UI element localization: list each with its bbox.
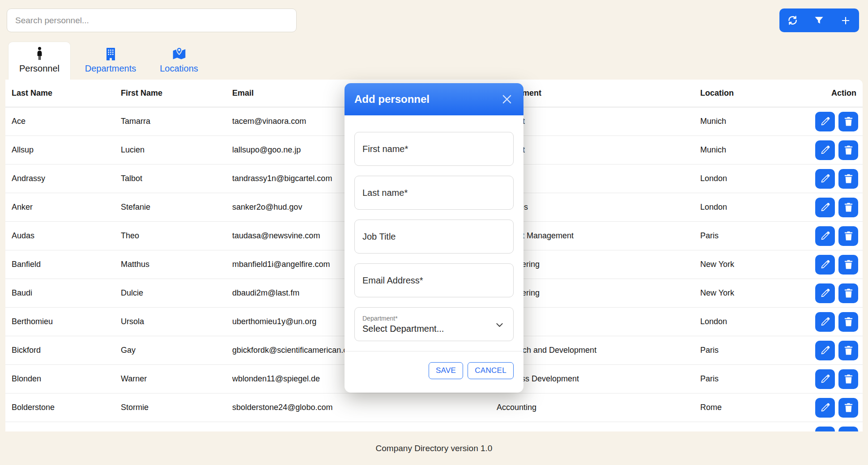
cell-first-name: Gay [121,346,232,355]
cell-department: Support [497,145,700,155]
field-label: Email Address* [362,275,423,286]
save-button[interactable]: SAVE [429,362,463,379]
delete-button[interactable] [838,112,858,131]
cell-first-name: Talbot [121,174,232,183]
delete-button[interactable] [838,369,858,389]
cell-actions [814,140,858,160]
modal-footer: SAVE CANCEL [345,351,523,390]
toolbar [779,8,859,32]
edit-button[interactable] [815,369,835,389]
cell-actions [814,226,858,246]
cell-first-name: Stefanie [121,203,232,212]
table-row [5,422,863,431]
pencil-icon [820,145,830,155]
department-select[interactable]: Department* Select Department... [354,307,514,341]
cell-email: sbolderstone24@globo.com [232,403,497,412]
cell-actions [814,169,858,189]
tab-personnel[interactable]: Personnel [8,42,71,80]
cell-actions [814,398,858,418]
modal-title: Add personnel [354,93,430,106]
cell-last-name: Audas [12,231,121,241]
delete-button[interactable] [838,255,858,275]
field-label: Last name* [362,188,408,198]
delete-button[interactable] [838,312,858,332]
cell-location: New York [700,260,814,269]
cell-actions [814,312,858,332]
pencil-icon [820,288,830,298]
building-icon [105,46,117,60]
cell-department: Research and Development [497,346,700,355]
pencil-icon [820,317,830,327]
cell-last-name: Bolderstone [12,403,121,412]
pencil-icon [820,374,830,384]
filter-button[interactable] [806,8,832,32]
cell-location: Munich [700,145,814,155]
job-title-input[interactable]: Job Title [354,220,514,254]
cell-last-name: Baudi [12,288,121,298]
edit-button[interactable] [815,198,835,217]
edit-button[interactable] [815,169,835,189]
delete-button[interactable] [838,169,858,189]
table-row: Bolderstone Stormie sbolderstone24@globo… [5,393,863,422]
edit-button[interactable] [815,427,835,432]
add-button[interactable] [833,8,859,32]
edit-button[interactable] [815,140,835,160]
cell-department: Engineering [497,288,700,298]
search-input[interactable] [7,8,297,32]
delete-button[interactable] [838,427,858,432]
last-name-input[interactable]: Last name* [354,176,514,210]
delete-button[interactable] [838,140,858,160]
modal-header: Add personnel [345,83,523,115]
cell-location: London [700,203,814,212]
cell-actions [814,341,858,360]
edit-button[interactable] [815,398,835,418]
pencil-icon [820,402,830,413]
refresh-icon [787,15,798,26]
close-button[interactable] [500,93,514,106]
first-name-input[interactable]: First name* [354,132,514,166]
delete-button[interactable] [838,398,858,418]
tab-locations[interactable]: Locations [150,42,208,80]
refresh-button[interactable] [779,8,806,32]
delete-button[interactable] [838,283,858,303]
edit-button[interactable] [815,341,835,360]
cell-last-name: Ace [12,117,121,126]
chevron-down-icon [495,320,504,332]
cell-last-name: Blonden [12,374,121,384]
field-label: First name* [362,144,408,154]
delete-button[interactable] [838,226,858,246]
pencil-icon [820,202,830,212]
edit-button[interactable] [815,226,835,246]
cell-first-name: Theo [121,231,232,241]
trash-icon [844,116,853,127]
trash-icon [844,374,853,384]
cell-first-name: Tamarra [121,117,232,126]
cancel-button[interactable]: CANCEL [468,362,514,379]
tab-departments[interactable]: Departments [71,42,150,80]
column-header-action: Action [814,89,858,98]
pencil-icon [820,431,830,431]
edit-button[interactable] [815,255,835,275]
cell-location: Munich [700,117,814,126]
cell-actions [814,112,858,131]
cell-actions [814,427,858,432]
email-address-input[interactable]: Email Address* [354,263,514,297]
plus-icon [840,15,851,26]
select-floating-label: Department* [362,315,398,322]
delete-button[interactable] [838,341,858,360]
cell-location: Paris [700,231,814,241]
column-header-first-name: First Name [121,89,232,98]
cell-location: New York [700,288,814,298]
trash-icon [844,259,853,270]
cell-location: Paris [700,346,814,355]
cell-actions [814,255,858,275]
trash-icon [844,402,853,413]
edit-button[interactable] [815,312,835,332]
edit-button[interactable] [815,283,835,303]
close-icon [500,93,514,106]
tab-label: Departments [85,63,136,74]
person-icon [34,46,45,60]
edit-button[interactable] [815,112,835,131]
delete-button[interactable] [838,198,858,217]
cell-first-name: Lucien [121,145,232,155]
